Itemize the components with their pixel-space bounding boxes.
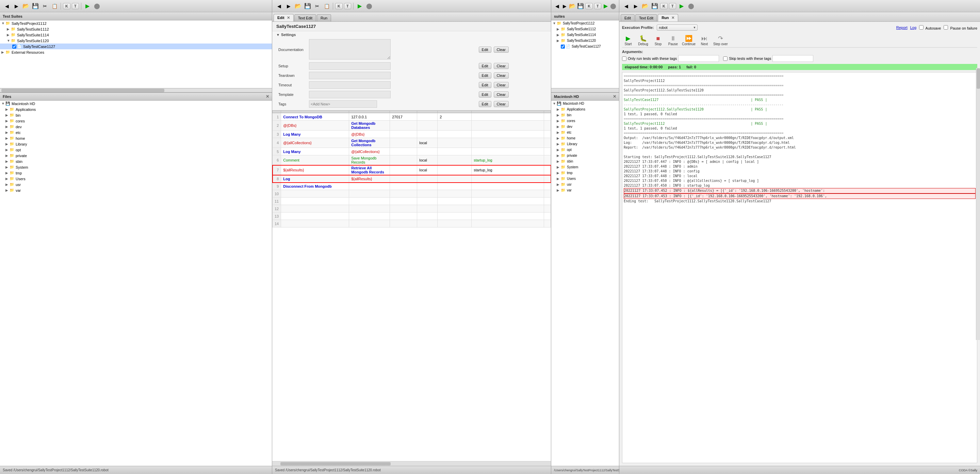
arg-cell[interactable] — [472, 148, 544, 155]
pause-btn[interactable]: ⏸ Pause — [667, 35, 679, 46]
run-scrollbar[interactable] — [976, 68, 980, 340]
arg-cell[interactable] — [349, 220, 390, 227]
arg-cell[interactable]: 2 — [438, 113, 472, 121]
arg-cell[interactable] — [417, 148, 438, 155]
arg-cell[interactable] — [417, 113, 438, 121]
keyword-cell[interactable]: @{DBs} — [281, 121, 349, 131]
run-open-btn[interactable]: 📂 — [641, 2, 649, 10]
keyword-cell[interactable] — [281, 198, 349, 205]
timeout-input[interactable] — [309, 81, 391, 89]
stop-btn-mid[interactable]: ⬤ — [365, 2, 373, 10]
arg-cell[interactable] — [417, 220, 438, 227]
setup-edit-btn[interactable]: Edit — [479, 63, 492, 69]
run-t-btn[interactable]: T — [669, 3, 676, 9]
file-tree-dev[interactable]: ▶ 📁 dev — [0, 124, 272, 130]
arg-cell[interactable] — [544, 155, 551, 165]
paste-btn[interactable]: 📋 — [50, 2, 59, 10]
file-tree-etc[interactable]: ▶ 📁 etc — [0, 130, 272, 135]
arg-cell[interactable] — [390, 198, 417, 205]
back-btn-r[interactable]: ◀ — [554, 2, 560, 10]
arg-cell[interactable] — [390, 148, 417, 155]
arg-cell[interactable] — [544, 138, 551, 148]
run-btn-r[interactable]: ▶ — [603, 2, 609, 10]
arg-cell[interactable] — [438, 155, 472, 165]
timeout-clear-btn[interactable]: Clear — [494, 82, 509, 88]
arg-cell[interactable] — [390, 131, 417, 138]
arg-cell[interactable] — [349, 212, 390, 220]
arg-cell[interactable] — [390, 212, 417, 220]
arg-cell[interactable] — [390, 175, 417, 182]
right-file-private[interactable]: ▶ 📁 private — [551, 153, 619, 159]
arg-cell[interactable] — [438, 165, 472, 175]
arg-cell[interactable] — [417, 198, 438, 205]
file-tree-home[interactable]: ▶ 📁 home — [0, 135, 272, 141]
timeout-edit-btn[interactable]: Edit — [479, 82, 492, 88]
template-edit-btn[interactable]: Edit — [479, 92, 492, 98]
arg-cell[interactable] — [417, 121, 438, 131]
keyword-cell[interactable]: Comment — [281, 155, 349, 165]
arg-cell[interactable] — [390, 155, 417, 165]
run-play-btn[interactable]: ▶ — [678, 2, 686, 10]
arg-cell[interactable] — [417, 175, 438, 182]
doc-clear-btn[interactable]: Clear — [494, 47, 509, 53]
arg-cell[interactable] — [438, 198, 472, 205]
arg-cell[interactable]: startup_log — [472, 155, 544, 165]
right-tree-suite1114[interactable]: ▶ 📁 SallyTestSuite1114 — [551, 32, 619, 38]
arg-cell[interactable] — [544, 175, 551, 182]
right-file-applications[interactable]: ▶ 📁 Applications — [551, 106, 619, 112]
arg-cell[interactable] — [417, 131, 438, 138]
file-tree-users[interactable]: ▶ 📁 Users — [0, 176, 272, 182]
right-file-sbin[interactable]: ▶ 📁 sbin — [551, 159, 619, 164]
tree-item-proj1112[interactable]: ▼ 📁 SallyTestProject1112 — [0, 21, 272, 26]
file-tree-sbin[interactable]: ▶ 📁 sbin — [0, 159, 272, 164]
run-forward-btn[interactable]: ▶ — [632, 2, 640, 10]
run-btn[interactable]: ▶ — [83, 2, 92, 10]
stop-btn[interactable]: ■ Stop — [652, 35, 664, 46]
continue-btn[interactable]: ⏩ Continue — [682, 35, 695, 46]
arg-cell[interactable]: local — [417, 138, 438, 148]
arg-cell[interactable] — [438, 220, 472, 227]
right-file-bin[interactable]: ▶ 📁 bin — [551, 112, 619, 118]
arg-cell[interactable]: 27017 — [390, 113, 417, 121]
run-save-btn[interactable]: 💾 — [651, 2, 659, 10]
arg-cell[interactable] — [544, 113, 551, 121]
right-file-users[interactable]: ▶ 📁 Users — [551, 176, 619, 182]
arg-cell[interactable] — [417, 190, 438, 198]
run-k-btn[interactable]: K — [660, 3, 668, 9]
arg-cell[interactable] — [390, 121, 417, 131]
arg-cell[interactable]: local — [417, 165, 438, 175]
right-tree-suite1112[interactable]: ▶ 📁 SallyTestSuite1112 — [551, 26, 619, 32]
run-back-btn[interactable]: ◀ — [622, 2, 630, 10]
arg-cell[interactable]: Get Mongodb Databases — [349, 121, 390, 131]
arg-cell[interactable] — [472, 121, 544, 131]
keyword-cell[interactable]: Log Many — [281, 148, 349, 155]
file-tree-root[interactable]: ▼ 💾 Macintosh HD — [0, 101, 272, 106]
stop-btn-r[interactable]: ⬤ — [610, 2, 616, 10]
run-stop-toolbar-btn[interactable]: ⬤ — [687, 2, 695, 10]
forward-btn-r[interactable]: ▶ — [562, 2, 568, 10]
paste-btn-mid[interactable]: 📋 — [323, 2, 331, 10]
file-tree-usr[interactable]: ▶ 📁 usr — [0, 182, 272, 187]
right-file-system[interactable]: ▶ 📁 System — [551, 164, 619, 170]
files-close-btn[interactable]: ✕ — [266, 94, 269, 99]
keyword-cell[interactable]: @{allCollections} — [281, 138, 349, 148]
tree-item-external[interactable]: ▶ 📁 External Resources — [0, 49, 272, 55]
arg-cell[interactable]: Retrieve All Mongodb Records — [349, 165, 390, 175]
arg-cell[interactable] — [390, 165, 417, 175]
back-btn[interactable]: ◀ — [3, 2, 11, 10]
keyword-cell[interactable] — [281, 212, 349, 220]
horizontal-scrollbar[interactable] — [272, 461, 551, 466]
arg-cell[interactable]: startup_log — [472, 165, 544, 175]
right-files-close[interactable]: ✕ — [613, 94, 616, 99]
right-file-opt[interactable]: ▶ 📁 opt — [551, 147, 619, 153]
arg-cell[interactable] — [544, 131, 551, 138]
right-tree-suite1120[interactable]: ▶ 📁 SallyTestSuite1120 — [551, 38, 619, 44]
setup-clear-btn[interactable]: Clear — [494, 63, 509, 69]
keyword-cell[interactable] — [281, 190, 349, 198]
cut-btn-mid[interactable]: ✂ — [313, 2, 321, 10]
file-tree-tmp[interactable]: ▶ 📁 tmp — [0, 170, 272, 176]
right-file-var[interactable]: ▶ 📁 var — [551, 187, 619, 193]
template-btn-mid[interactable]: T — [344, 3, 351, 9]
cut-btn[interactable]: ✂ — [41, 2, 49, 10]
arg-cell[interactable] — [472, 212, 544, 220]
